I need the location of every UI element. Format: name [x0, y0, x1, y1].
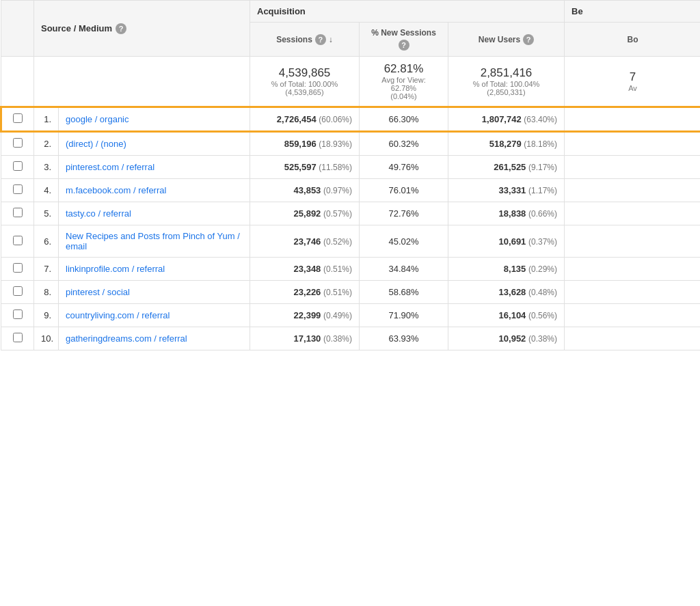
sessions-value: 23,348 [294, 264, 321, 274]
row-checkbox[interactable] [13, 184, 23, 194]
row-bounce [565, 281, 701, 304]
row-new-users: 1,807,742 (63.40%) [448, 107, 565, 132]
totals-row: 4,539,865 % of Total: 100.00% (4,539,865… [1, 57, 701, 107]
sessions-value: 17,130 [294, 333, 321, 344]
new-users-pct: (0.37%) [528, 237, 557, 247]
sessions-pct: (60.06%) [319, 115, 352, 124]
row-new-users: 16,104 (0.56%) [448, 304, 565, 327]
row-checkbox[interactable] [13, 286, 23, 296]
row-checkbox-cell [1, 107, 34, 132]
new-users-pct: (9.17%) [528, 163, 557, 172]
row-number: 4. [34, 179, 59, 202]
sessions-pct: (0.51%) [323, 288, 352, 297]
sessions-pct: (0.52%) [323, 237, 352, 247]
new-users-help-icon[interactable]: ? [523, 34, 534, 45]
row-sessions: 23,746 (0.52%) [250, 225, 360, 258]
source-link[interactable]: pinterest / social [66, 287, 130, 297]
row-bounce [565, 327, 701, 350]
row-pct-new: 34.84% [360, 258, 448, 281]
source-link[interactable]: pinterest.com / referral [66, 162, 154, 172]
row-source: m.facebook.com / referral [59, 179, 250, 202]
new-users-pct: (1.17%) [528, 186, 557, 195]
new-users-pct: (0.29%) [528, 264, 557, 274]
sessions-value: 2,726,454 [277, 114, 317, 124]
row-checkbox-cell [1, 156, 34, 179]
row-source: pinterest / social [59, 281, 250, 304]
sessions-sort-icon[interactable]: ↓ [329, 35, 333, 44]
row-checkbox[interactable] [13, 113, 23, 123]
new-users-pct: (0.66%) [528, 209, 557, 219]
row-source: gatheringdreams.com / referral [59, 327, 250, 350]
sessions-value: 859,196 [284, 139, 317, 149]
row-bounce [565, 132, 701, 156]
row-checkbox[interactable] [13, 208, 23, 217]
new-users-value: 518,279 [489, 139, 522, 149]
row-number: 8. [34, 281, 59, 304]
totals-pct-new-cell: 62.81% Avg for View: 62.78% (0.04%) [360, 57, 448, 107]
source-link[interactable]: linkinprofile.com / referral [66, 264, 165, 274]
source-link[interactable]: New Recipes and Posts from Pinch of Yum … [66, 231, 240, 251]
row-checkbox[interactable] [13, 236, 23, 245]
source-link[interactable]: gatheringdreams.com / referral [66, 333, 187, 344]
sessions-pct: (0.57%) [323, 209, 352, 219]
row-checkbox-cell [1, 179, 34, 202]
sessions-value: 22,399 [294, 310, 321, 320]
row-pct-new: 63.93% [360, 327, 448, 350]
table-row: 2.(direct) / (none)859,196 (18.93%)60.32… [1, 132, 701, 156]
row-sessions: 2,726,454 (60.06%) [250, 107, 360, 132]
checkbox-header-cell [1, 1, 34, 57]
row-bounce [565, 156, 701, 179]
sessions-pct: (0.38%) [323, 334, 352, 344]
source-medium-help-icon[interactable]: ? [116, 23, 126, 34]
source-link[interactable]: google / organic [66, 114, 129, 124]
row-bounce [565, 179, 701, 202]
row-pct-new: 58.68% [360, 281, 448, 304]
source-link[interactable]: m.facebook.com / referral [66, 185, 166, 195]
row-checkbox-cell [1, 258, 34, 281]
source-link[interactable]: tasty.co / referral [66, 208, 131, 219]
new-users-value: 16,104 [499, 310, 526, 320]
sessions-pct: (18.93%) [319, 139, 352, 149]
row-sessions: 23,226 (0.51%) [250, 281, 360, 304]
row-source: tasty.co / referral [59, 202, 250, 225]
row-new-users: 33,331 (1.17%) [448, 179, 565, 202]
row-new-users: 8,135 (0.29%) [448, 258, 565, 281]
row-checkbox-cell [1, 132, 34, 156]
row-checkbox[interactable] [13, 263, 23, 273]
row-number: 6. [34, 225, 59, 258]
new-users-pct: (0.38%) [528, 334, 557, 344]
row-checkbox[interactable] [13, 309, 23, 319]
row-checkbox[interactable] [13, 333, 23, 342]
row-bounce [565, 225, 701, 258]
source-medium-header: Source / Medium ? [34, 1, 250, 57]
sessions-header: Sessions ? ↓ [250, 23, 360, 57]
row-checkbox[interactable] [13, 161, 23, 171]
table-row: 5.tasty.co / referral25,892 (0.57%)72.76… [1, 202, 701, 225]
new-users-value: 261,525 [494, 162, 526, 172]
row-sessions: 25,892 (0.57%) [250, 202, 360, 225]
new-users-value: 10,952 [499, 333, 526, 344]
pct-new-sessions-header: % New Sessions ? [360, 23, 448, 57]
row-source: google / organic [59, 107, 250, 132]
row-new-users: 10,952 (0.38%) [448, 327, 565, 350]
row-sessions: 22,399 (0.49%) [250, 304, 360, 327]
row-sessions: 17,130 (0.38%) [250, 327, 360, 350]
row-checkbox[interactable] [13, 138, 23, 148]
sessions-help-icon[interactable]: ? [315, 34, 326, 45]
sessions-value: 525,597 [284, 162, 317, 172]
row-number: 5. [34, 202, 59, 225]
row-checkbox-cell [1, 281, 34, 304]
source-link[interactable]: (direct) / (none) [66, 139, 126, 149]
row-number: 7. [34, 258, 59, 281]
row-pct-new: 71.90% [360, 304, 448, 327]
row-checkbox-cell [1, 225, 34, 258]
table-row: 10.gatheringdreams.com / referral17,130 … [1, 327, 701, 350]
source-link[interactable]: countryliving.com / referral [66, 310, 170, 320]
new-users-value: 8,135 [504, 264, 526, 274]
pct-new-help-icon[interactable]: ? [399, 40, 409, 51]
table-row: 6.New Recipes and Posts from Pinch of Yu… [1, 225, 701, 258]
row-source: linkinprofile.com / referral [59, 258, 250, 281]
row-bounce [565, 304, 701, 327]
row-number: 1. [34, 107, 59, 132]
new-users-pct: (0.56%) [528, 311, 557, 320]
